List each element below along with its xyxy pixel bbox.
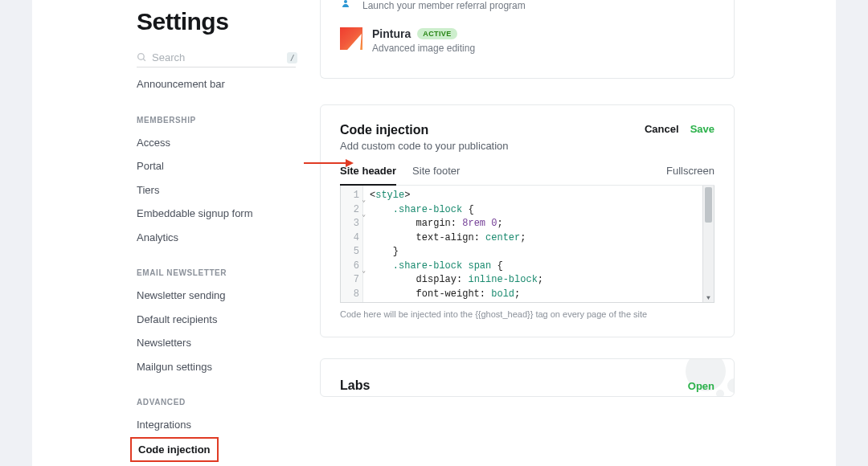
search-input[interactable] — [152, 51, 287, 63]
sidebar-item-integrations[interactable]: Integrations — [137, 413, 296, 437]
code-editor[interactable]: 1⌄ 2⌄ 3 4 5 6⌄ 7 8 <style> .share-block … — [340, 186, 714, 303]
referral-row[interactable]: Launch your member referral program — [321, 0, 734, 19]
svg-marker-4 — [346, 159, 354, 167]
scrollbar-down-icon[interactable]: ▼ — [703, 294, 714, 301]
search-field[interactable]: / — [137, 48, 296, 67]
app-window: Settings / Announcement bar MEMBERSHIP A… — [32, 0, 836, 466]
editor-hint: Code here will be injected into the {{gh… — [340, 309, 714, 319]
integration-pintura[interactable]: Pintura ACTIVE Advanced image editing — [321, 19, 734, 70]
pintura-icon — [340, 27, 362, 50]
sidebar-item-newsletter-sending[interactable]: Newsletter sending — [137, 284, 296, 308]
active-badge: ACTIVE — [417, 28, 457, 39]
search-icon — [137, 52, 147, 63]
main-content: Launch your member referral program Pint… — [320, 0, 836, 466]
fold-icon[interactable]: ⌄ — [362, 264, 366, 278]
tab-site-footer[interactable]: Site footer — [412, 165, 460, 185]
fold-icon[interactable]: ⌄ — [362, 207, 366, 222]
open-button[interactable]: Open — [688, 380, 714, 392]
sidebar: Settings / Announcement bar MEMBERSHIP A… — [32, 0, 320, 466]
person-icon — [340, 0, 351, 10]
save-button[interactable]: Save — [690, 123, 714, 135]
code-injection-card: Code injection Cancel Save Add custom co… — [320, 104, 735, 337]
section-header-membership: MEMBERSHIP — [137, 116, 296, 125]
svg-point-2 — [344, 0, 347, 3]
sidebar-item-default-recipients[interactable]: Default recipients — [137, 308, 296, 332]
sidebar-item-announcement-bar[interactable]: Announcement bar — [137, 72, 296, 96]
line-gutter: 1⌄ 2⌄ 3 4 5 6⌄ 7 8 — [341, 186, 363, 302]
page-title: Settings — [137, 8, 296, 35]
search-shortcut-badge: / — [287, 52, 297, 63]
fullscreen-button[interactable]: Fullscreen — [666, 165, 714, 185]
sidebar-item-embeddable-signup[interactable]: Embeddable signup form — [137, 202, 296, 226]
sidebar-item-portal[interactable]: Portal — [137, 154, 296, 178]
fold-icon[interactable]: ⌄ — [362, 193, 366, 207]
svg-line-1 — [143, 59, 145, 61]
labs-card[interactable]: Labs Open — [320, 358, 735, 397]
integration-desc: Advanced image editing — [372, 43, 475, 54]
referral-text: Launch your member referral program — [362, 0, 526, 11]
scrollbar-thumb[interactable] — [705, 187, 712, 223]
arrow-annotation — [304, 157, 354, 172]
sidebar-item-labs[interactable]: Labs — [137, 462, 296, 466]
sidebar-item-access[interactable]: Access — [137, 131, 296, 155]
cancel-button[interactable]: Cancel — [645, 123, 679, 135]
integration-name: Pintura — [372, 27, 411, 40]
sidebar-item-analytics[interactable]: Analytics — [137, 226, 296, 250]
card-title: Code injection — [340, 123, 428, 137]
labs-title: Labs — [340, 378, 370, 393]
integrations-card: Launch your member referral program Pint… — [320, 0, 735, 79]
code-content[interactable]: <style> .share-block { margin: 8rem 0; t… — [363, 186, 702, 302]
code-tabs: Site header Site footer — [340, 165, 460, 185]
section-header-advanced: ADVANCED — [137, 398, 296, 407]
sidebar-item-mailgun[interactable]: Mailgun settings — [137, 355, 296, 379]
sidebar-item-code-injection[interactable]: Code injection — [130, 437, 219, 463]
scrollbar[interactable]: ▼ — [702, 186, 714, 302]
section-header-email: EMAIL NEWSLETTER — [137, 268, 296, 277]
sidebar-item-newsletters[interactable]: Newsletters — [137, 331, 296, 355]
card-desc: Add custom code to your publication — [340, 140, 714, 152]
svg-point-0 — [138, 54, 145, 60]
sidebar-item-tiers[interactable]: Tiers — [137, 178, 296, 202]
